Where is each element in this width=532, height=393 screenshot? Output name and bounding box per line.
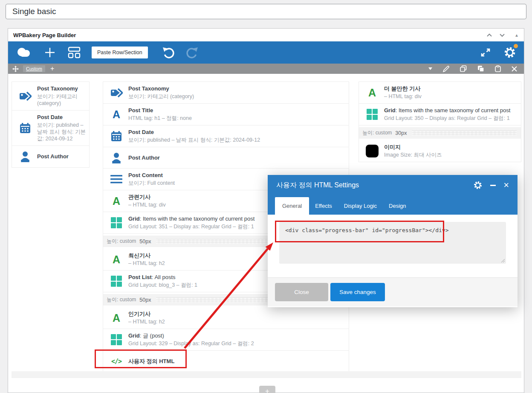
redo-icon bbox=[185, 46, 199, 59]
element-title: 최신기사 bbox=[128, 252, 165, 259]
element-title: Post Taxonomy bbox=[37, 85, 86, 92]
row-controls-bar: Custom + bbox=[8, 64, 524, 74]
letter-a-blue-icon: A bbox=[110, 108, 123, 121]
element-card[interactable]: APost TitleHTML tag: h1 – 정렬: none bbox=[103, 104, 349, 125]
tab-design[interactable]: Design bbox=[383, 197, 412, 215]
calendar-icon bbox=[19, 122, 32, 134]
add-row-button[interactable]: + bbox=[259, 386, 275, 393]
row-move-icon[interactable] bbox=[12, 66, 19, 72]
element-subtitle: – HTML tag: div bbox=[128, 201, 166, 208]
header-order-icon[interactable]: ▲ bbox=[515, 33, 519, 38]
element-subtitle: Grid Layout: blog_3 – 컬럼: 1 bbox=[128, 282, 197, 288]
row-toggle-icon[interactable] bbox=[428, 67, 432, 70]
element-card[interactable]: A더 볼만한 기사– HTML tag: div bbox=[359, 82, 521, 104]
element-subtitle: 보이기: published – 날짜 표시 형식: 기본값: 2024-09-… bbox=[128, 137, 260, 143]
element-title: 인기기사 bbox=[128, 311, 165, 317]
code-icon: </> bbox=[110, 355, 123, 368]
row-copy-icon[interactable] bbox=[477, 65, 484, 72]
element-subtitle: 보이기: published – 날짜 표시 형식: 기본값: 2024-09-… bbox=[37, 122, 86, 142]
wpbakery-logo-icon[interactable] bbox=[17, 47, 32, 58]
letter-a-green-icon: A bbox=[110, 253, 123, 266]
modal-header[interactable]: 사용자 정의 HTML Settings × bbox=[268, 175, 518, 195]
modal-body: <div class="progress-bar" id="progressBa… bbox=[268, 215, 518, 277]
element-card[interactable]: </>사용자 정의 HTML bbox=[103, 351, 349, 372]
tab-display-logic[interactable]: Display Logic bbox=[338, 197, 383, 215]
element-subtitle: – HTML tag: h2 bbox=[128, 318, 165, 325]
element-title: Post Author bbox=[37, 153, 69, 160]
letter-a-green-icon: A bbox=[110, 195, 123, 207]
element-title: 이미지 bbox=[384, 144, 442, 151]
paste-row-section-button[interactable]: Paste Row/Section bbox=[92, 47, 148, 58]
element-card[interactable]: Post Author bbox=[12, 146, 89, 167]
tab-general[interactable]: General bbox=[275, 197, 309, 215]
modal-title: 사용자 정의 HTML Settings bbox=[276, 181, 359, 190]
element-subtitle: 보이기: Full content bbox=[128, 180, 175, 186]
modal-close-icon[interactable]: × bbox=[503, 180, 509, 190]
settings-gear-icon[interactable] bbox=[503, 46, 516, 59]
spacer-label: 높이: custom bbox=[107, 238, 136, 245]
fullscreen-icon[interactable] bbox=[480, 47, 492, 58]
grid-icon bbox=[110, 333, 123, 346]
element-title: Grid: 글 (post) bbox=[128, 332, 254, 339]
row-paste-icon[interactable] bbox=[495, 65, 501, 72]
tab-effects[interactable]: Effects bbox=[309, 197, 338, 215]
column-left: Post Taxonomy보이기: 카테고리 (category)Post Da… bbox=[12, 82, 90, 168]
metabox-title: WPBakery Page Builder bbox=[13, 32, 76, 38]
calendar-icon bbox=[110, 130, 123, 143]
tag-icon bbox=[19, 90, 32, 102]
grid-icon bbox=[110, 275, 123, 288]
element-subtitle: – HTML tag: h2 bbox=[128, 260, 165, 267]
header-collapse-down-icon[interactable] bbox=[499, 33, 505, 37]
element-subtitle: Image Size: 최대 사이즈 bbox=[384, 151, 442, 158]
letter-a-green-icon: A bbox=[110, 311, 123, 324]
element-card[interactable]: Post Date보이기: published – 날짜 표시 형식: 기본값:… bbox=[12, 111, 89, 146]
notification-dot bbox=[514, 44, 518, 48]
add-element-icon[interactable] bbox=[44, 47, 56, 58]
element-card[interactable]: Post Taxonomy보이기: 카테고리 (category) bbox=[103, 82, 349, 104]
modal-minimize-icon[interactable] bbox=[490, 185, 496, 186]
element-title: Post Content bbox=[128, 172, 175, 179]
element-title: Grid: Items with the same taxonomy of cu… bbox=[128, 215, 254, 222]
templates-icon[interactable] bbox=[68, 47, 81, 58]
element-title: 사용자 정의 HTML bbox=[128, 358, 174, 365]
empty-space-element[interactable]: 높이: custom30px bbox=[359, 127, 521, 139]
spacer-label: 높이: custom bbox=[362, 129, 392, 137]
tag-icon bbox=[110, 86, 123, 99]
element-title: 더 볼만한 기사 bbox=[384, 85, 422, 92]
custom-html-settings-modal: 사용자 정의 HTML Settings × General Effects D… bbox=[268, 175, 518, 307]
element-title: Post Title bbox=[128, 107, 192, 114]
element-title: Post List: All posts bbox=[128, 274, 197, 281]
row-add-icon[interactable]: + bbox=[50, 65, 54, 72]
spacer-dashed-lines bbox=[412, 131, 517, 135]
element-card[interactable]: Grid: Items with the same taxonomy of cu… bbox=[359, 104, 521, 125]
row-bottom-padding bbox=[12, 371, 521, 378]
spacer-value: 30px bbox=[395, 130, 407, 136]
element-card[interactable]: Post Taxonomy보이기: 카테고리 (category) bbox=[12, 82, 89, 111]
element-card[interactable]: 이미지Image Size: 최대 사이즈 bbox=[359, 140, 521, 162]
element-card[interactable]: Post Date보이기: published – 날짜 표시 형식: 기본값:… bbox=[103, 125, 349, 147]
content-lines-icon bbox=[110, 173, 123, 186]
element-title: Grid: Items with the same taxonomy of cu… bbox=[384, 107, 510, 114]
undo-icon[interactable] bbox=[162, 46, 175, 59]
row-clone-icon[interactable] bbox=[460, 65, 467, 72]
builder-toolbar: Paste Row/Section bbox=[8, 41, 524, 64]
element-subtitle: HTML tag: h1 – 정렬: none bbox=[128, 115, 192, 122]
row-close-icon[interactable] bbox=[512, 66, 517, 72]
save-changes-button[interactable]: Save changes bbox=[330, 283, 385, 301]
grid-icon bbox=[366, 108, 379, 121]
modal-gear-icon[interactable] bbox=[473, 180, 483, 190]
element-title: 관련기사 bbox=[128, 194, 166, 201]
element-card[interactable]: Grid: 글 (post)Grid Layout: 329 – Display… bbox=[103, 329, 349, 351]
row-edit-icon[interactable] bbox=[443, 66, 449, 72]
row-name-badge[interactable]: Custom bbox=[23, 65, 45, 72]
element-card[interactable]: A인기기사– HTML tag: h2 bbox=[103, 307, 349, 329]
post-title-input[interactable]: Single basic bbox=[6, 4, 526, 19]
element-card[interactable]: Post Author bbox=[103, 147, 349, 169]
letter-a-green-icon: A bbox=[366, 86, 379, 99]
metabox-header: WPBakery Page Builder ▲ bbox=[8, 29, 524, 41]
element-title: Post Date bbox=[128, 129, 260, 136]
spacer-value: 50px bbox=[139, 239, 151, 245]
header-collapse-up-icon[interactable] bbox=[486, 33, 492, 37]
html-code-textarea[interactable]: <div class="progress-bar" id="progressBa… bbox=[279, 222, 506, 264]
close-button[interactable]: Close bbox=[275, 283, 328, 301]
